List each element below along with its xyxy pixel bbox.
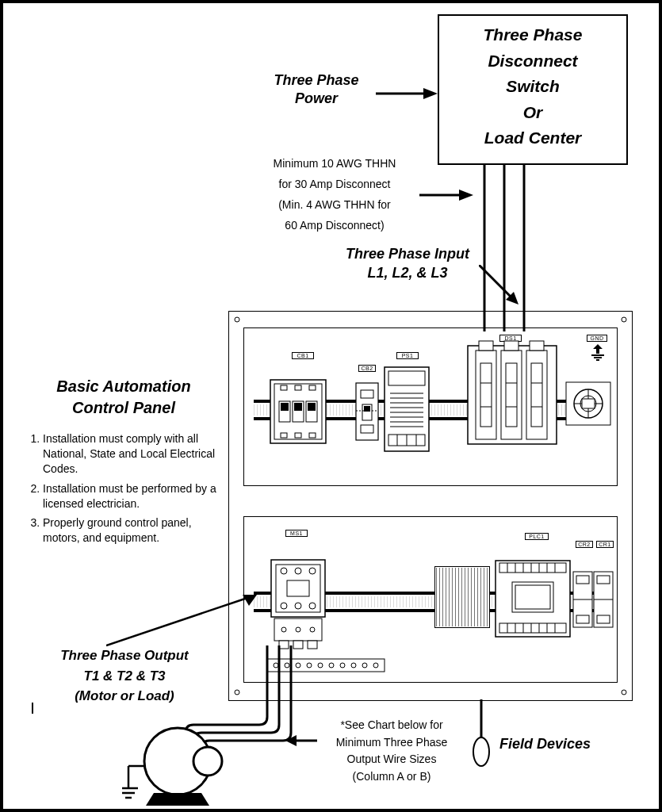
svg-point-77 — [309, 568, 316, 574]
note-3: Properly ground control panel, motors, a… — [43, 515, 227, 546]
wire-spec-note: Minimum 10 AWG THHN for 30 Amp Disconnec… — [251, 154, 418, 236]
three-phase-power-label: Three Phase Power — [257, 71, 376, 109]
arrow-input — [479, 265, 526, 312]
svg-rect-121 — [576, 615, 589, 623]
own1: *See Chart below for — [312, 717, 471, 734]
disconnect-line4: Or — [446, 100, 620, 126]
cb1-tag: CB1 — [292, 352, 314, 359]
svg-rect-21 — [281, 385, 287, 390]
svg-rect-124 — [597, 576, 610, 584]
panel-title: Basic Automation Control Panel — [36, 376, 211, 419]
own2: Minimum Three Phase — [312, 734, 471, 752]
svg-rect-56 — [531, 363, 542, 427]
disconnect-switch-box: Three Phase Disconnect Switch Or Load Ce… — [438, 14, 628, 165]
svg-point-12 — [622, 690, 626, 695]
svg-point-79 — [295, 603, 301, 609]
svg-rect-55 — [506, 363, 517, 427]
svg-marker-3 — [459, 190, 473, 201]
svg-point-76 — [295, 568, 301, 574]
disconnect-line1: Three Phase — [446, 22, 620, 48]
wire-note-1: Minimum 10 AWG THHN — [251, 154, 418, 174]
svg-rect-23 — [309, 385, 316, 390]
svg-point-80 — [309, 603, 316, 609]
plc1-tag: PLC1 — [525, 533, 549, 540]
panel-title-1: Basic Automation — [36, 376, 211, 397]
input-l2: L1, L2, & L3 — [328, 263, 487, 282]
svg-rect-19 — [294, 403, 302, 411]
cr2-tag: CR2 — [576, 541, 593, 548]
mount-hole-icon — [231, 313, 243, 326]
svg-point-98 — [362, 663, 367, 668]
panel-title-2: Control Panel — [36, 397, 211, 419]
svg-rect-18 — [281, 403, 289, 411]
svg-line-136 — [106, 598, 247, 645]
three-phase-output-label: Three Phase Output T1 & T2 & T3 (Motor o… — [41, 645, 208, 707]
svg-point-10 — [622, 317, 626, 322]
ps1-tag: PS1 — [396, 352, 419, 359]
motor-icon — [122, 725, 233, 812]
svg-point-95 — [329, 663, 334, 668]
control-panel-enclosure: CB1 CB2 — [228, 311, 633, 701]
svg-rect-110 — [515, 585, 550, 609]
arrow-power-to-box — [376, 86, 439, 102]
disconnect-line3: Switch — [446, 74, 620, 100]
field-device-cable-icon — [469, 699, 493, 771]
own3: Output Wire Sizes — [312, 751, 471, 768]
svg-rect-29 — [361, 425, 373, 433]
motor-starter-ms1-icon — [266, 558, 330, 653]
svg-rect-28 — [361, 390, 373, 398]
svg-point-84 — [296, 627, 300, 632]
terminal-block-cluster — [434, 566, 490, 628]
out-l3: (Motor or Load) — [41, 686, 208, 707]
svg-rect-22 — [295, 385, 301, 390]
svg-point-128 — [473, 737, 489, 766]
disconnect-line5: Load Center — [446, 125, 620, 151]
svg-rect-81 — [287, 580, 309, 596]
svg-line-7 — [479, 265, 511, 297]
svg-rect-54 — [480, 363, 492, 427]
svg-point-85 — [310, 627, 315, 632]
output-wire-note: *See Chart below for Minimum Three Phase… — [312, 717, 471, 786]
svg-point-75 — [281, 568, 287, 574]
ms1-tag: MS1 — [285, 530, 308, 537]
svg-rect-53 — [530, 341, 544, 350]
plc1-icon — [495, 560, 571, 638]
svg-rect-25 — [295, 433, 301, 438]
arrow-wirespec — [419, 187, 475, 203]
svg-rect-20 — [308, 403, 316, 411]
wire-note-4: 60 Amp Disconnect) — [251, 216, 418, 236]
mount-hole-icon — [618, 686, 630, 699]
note-2: Installation must be performed by a lice… — [43, 481, 227, 511]
svg-rect-111 — [499, 623, 566, 633]
svg-rect-24 — [281, 433, 287, 438]
arrow-output-label — [106, 595, 265, 647]
svg-rect-26 — [309, 433, 316, 438]
arrow-output-note — [285, 733, 317, 749]
wire-note-2: for 30 Amp Disconnect — [251, 174, 418, 195]
svg-rect-125 — [597, 615, 610, 623]
svg-rect-51 — [479, 341, 493, 350]
wire-note-3: (Min. 4 AWG THHN for — [251, 195, 418, 216]
own4: (Column A or B) — [312, 768, 471, 786]
svg-rect-72 — [582, 399, 595, 408]
installation-notes: Installation must comply with all Nation… — [29, 431, 227, 550]
breaker-cb1-icon — [270, 379, 327, 444]
disconnect-line2: Disconnect — [446, 48, 620, 75]
tick-mark — [32, 703, 33, 714]
svg-point-130 — [193, 747, 222, 776]
gnd-tag: GND — [587, 335, 607, 342]
ground-lug-icon — [564, 377, 612, 430]
svg-rect-52 — [504, 341, 519, 350]
relay-cr1-icon — [593, 571, 614, 628]
power-supply-ps1-icon — [384, 366, 430, 452]
svg-point-99 — [373, 663, 378, 668]
svg-point-96 — [340, 663, 345, 668]
svg-rect-120 — [576, 576, 589, 584]
svg-point-78 — [281, 603, 287, 609]
svg-rect-101 — [499, 563, 566, 573]
svg-marker-1 — [423, 88, 438, 99]
relay-cr2-icon — [572, 571, 593, 628]
svg-rect-34 — [388, 371, 425, 385]
cr1-tag: CR1 — [596, 541, 614, 548]
breaker-cb2-icon — [355, 382, 379, 441]
